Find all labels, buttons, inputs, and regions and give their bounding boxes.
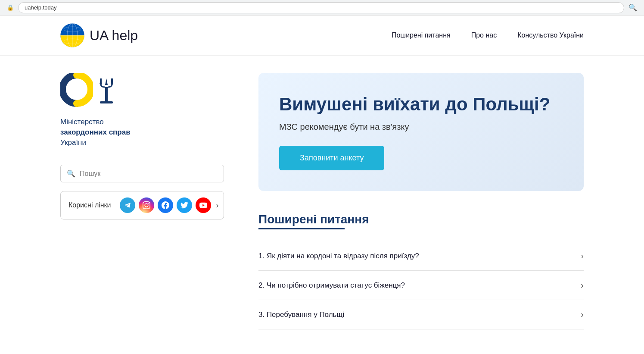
hero-banner: Вимушені виїхати до Польщі? МЗС рекоменд… (258, 73, 584, 191)
svg-rect-9 (100, 78, 102, 85)
faq-section: Поширені питання 1. Як діяти на кордоні … (258, 213, 584, 347)
faq-title: Поширені питання (258, 213, 584, 226)
logo-text: UA help (90, 28, 138, 44)
instagram-button[interactable] (139, 197, 154, 213)
main-content: Міністерство закордонних справ України 🔍… (0, 56, 644, 347)
svg-rect-10 (111, 78, 113, 85)
search-box: 🔍 (60, 165, 224, 182)
ministry-arc-icon (60, 73, 93, 112)
search-icon: 🔍 (67, 169, 75, 178)
ministry-card: Міністерство закордонних справ України (60, 73, 224, 147)
url-text: uahelp.today (25, 4, 56, 11)
twitter-button[interactable] (177, 197, 192, 213)
hero-subtitle: МЗС рекомендує бути на зв'язку (279, 122, 563, 132)
cta-button[interactable]: Заповнити анкету (279, 146, 384, 170)
youtube-button[interactable] (196, 197, 211, 213)
nav-faq[interactable]: Поширені питання (392, 31, 451, 39)
trident-icon (96, 76, 117, 108)
telegram-button[interactable] (120, 197, 135, 213)
faq-item-1[interactable]: 1. Як діяти на кордоні та відразу після … (258, 241, 584, 271)
faq-chevron-3: › (581, 310, 584, 320)
faq-chevron-1: › (581, 251, 584, 261)
links-label: Корисні лінки (68, 201, 111, 209)
nav-about[interactable]: Про нас (471, 31, 497, 39)
right-column: Вимушені виїхати до Польщі? МЗС рекоменд… (241, 56, 584, 347)
faq-question-1: 1. Як діяти на кордоні та відразу після … (258, 252, 419, 260)
main-nav: Поширені питання Про нас Консульство Укр… (392, 31, 584, 39)
links-arrow-icon[interactable]: › (216, 201, 219, 210)
social-icons (120, 197, 211, 213)
browser-search-icon[interactable]: 🔍 (628, 3, 637, 12)
svg-rect-8 (100, 101, 113, 103)
faq-item-3[interactable]: 3. Перебування у Польщі › (258, 300, 584, 329)
faq-item-2[interactable]: 2. Чи потрібно отримувати статус біженця… (258, 271, 584, 300)
ministry-name: Міністерство закордонних справ України (60, 117, 224, 147)
faq-chevron-2: › (581, 280, 584, 290)
ministry-logo (60, 73, 224, 112)
faq-title-underline (258, 228, 345, 229)
hero-title: Вимушені виїхати до Польщі? (279, 94, 563, 115)
nav-consulate[interactable]: Консульство України (517, 31, 584, 39)
faq-question-2: 2. Чи потрібно отримувати статус біженця… (258, 281, 405, 290)
logo-area[interactable]: UA help (60, 23, 138, 47)
facebook-button[interactable] (158, 197, 173, 213)
browser-chrome: 🔒 uahelp.today 🔍 (0, 0, 644, 16)
left-column: Міністерство закордонних справ України 🔍… (60, 56, 241, 347)
links-card: Корисні лінки › (60, 191, 224, 219)
search-input[interactable] (80, 170, 218, 178)
globe-icon (60, 23, 84, 47)
lock-icon: 🔒 (7, 4, 14, 11)
site-header: UA help Поширені питання Про нас Консуль… (0, 16, 644, 56)
faq-question-3: 3. Перебування у Польщі (258, 310, 344, 319)
url-bar[interactable]: uahelp.today (18, 2, 624, 13)
svg-rect-7 (105, 87, 108, 102)
